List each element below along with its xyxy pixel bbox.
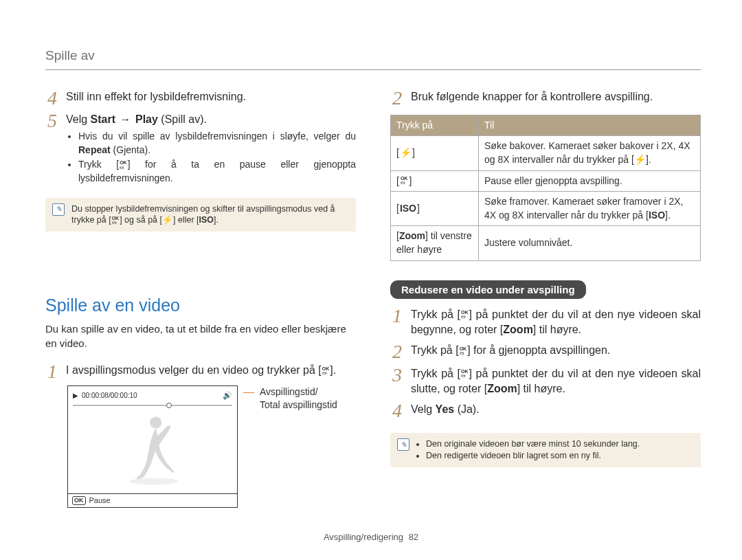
- iso-icon: ISO: [199, 215, 214, 225]
- video-screen: ▶ 00:00:08/00:00:10 🔊: [67, 385, 238, 508]
- page-header-title: Spille av: [45, 47, 701, 65]
- video-progress: [73, 403, 232, 408]
- arrow-icon: →: [119, 113, 133, 125]
- pause-label: Pause: [89, 495, 111, 506]
- flash-icon: ⚡: [162, 215, 173, 225]
- ok-icon: OK▭: [111, 216, 120, 225]
- video-figure: ▶ 00:00:08/00:00:10 🔊: [67, 385, 356, 508]
- step-number: 5: [45, 112, 59, 187]
- note-item: Den redigerte videoen blir lagret som en…: [426, 450, 640, 462]
- step-number: 3: [390, 366, 404, 397]
- text: Søke bakover. Kameraet søker bakover i 2…: [484, 140, 690, 165]
- step-number: 2: [390, 343, 404, 360]
- text-bold: Repeat: [78, 144, 111, 155]
- step-text: Trykk på [OK▭] for å gjenoppta avspillin…: [411, 343, 701, 360]
- speaker-icon: 🔊: [223, 390, 232, 401]
- text: Trykk [: [78, 159, 119, 170]
- flash-icon: ⚡: [396, 146, 415, 160]
- reduce-step-1: 1 Trykk på [OK▭] på punktet der du vil a…: [390, 307, 701, 338]
- section-title: Spille av en video: [45, 293, 356, 317]
- step-text: Still inn effekt for lysbildefremvisning…: [66, 89, 356, 107]
- page-footer: Avspilling/redigering 82: [0, 531, 742, 544]
- controls-table: Trykk på Til ⚡ Søke bakover. Kameraet sø…: [390, 115, 701, 261]
- svg-point-1: [129, 478, 179, 485]
- reduce-step-4: 4 Velg Yes (Ja).: [390, 402, 701, 419]
- ok-icon: OK▭: [460, 370, 469, 379]
- text-bold: Start: [91, 113, 115, 125]
- step-number: 1: [45, 363, 59, 380]
- step-4: 4 Still inn effekt for lysbildefremvisni…: [45, 89, 356, 107]
- text: Velg: [66, 113, 91, 125]
- table-row: ISO Søke framover. Kameraet søker framov…: [391, 192, 701, 226]
- note-text: Den originale videoen bør være minst 10 …: [416, 438, 640, 462]
- video-step-1: 1 I avspillingsmodus velger du en video …: [45, 363, 356, 380]
- step-number: 1: [390, 307, 404, 338]
- header-rule: [45, 69, 701, 70]
- svg-point-0: [150, 417, 161, 429]
- table-header: Trykk på: [391, 115, 479, 136]
- ok-icon: OK▭: [460, 311, 469, 320]
- right-column: 2 Bruk følgende knapper for å kontroller…: [390, 89, 701, 508]
- text: ].: [665, 210, 671, 221]
- step-number: 4: [390, 402, 404, 419]
- step-number: 4: [45, 89, 59, 107]
- subsection-pill: Redusere en video under avspilling: [390, 280, 586, 299]
- text: Justere volumnivået.: [484, 237, 572, 248]
- ok-icon: OK▭: [459, 347, 468, 356]
- text: (Spill av).: [158, 113, 207, 125]
- text: (Gjenta).: [111, 144, 150, 155]
- iso-icon: ISO: [396, 202, 420, 216]
- note-box: ✎ Du stopper lysbildefremvisningen og sk…: [45, 198, 356, 232]
- callout-line: [243, 392, 254, 393]
- section-desc: Du kan spille av en video, ta ut et bild…: [45, 322, 356, 350]
- iso-icon: ISO: [649, 210, 665, 221]
- ok-icon: OK▭: [322, 367, 330, 376]
- step-text: Velg Yes (Ja).: [411, 402, 701, 419]
- video-time: 00:00:08/00:00:10: [82, 391, 137, 401]
- note-icon: ✎: [52, 203, 65, 216]
- reduce-step-2: 2 Trykk på [OK▭] for å gjenoppta avspill…: [390, 343, 701, 360]
- table-row: [Zoom] til venstre eller høyre Justere v…: [391, 226, 701, 260]
- step-5: 5 Velg Start → Play (Spill av). Hvis du …: [45, 112, 356, 187]
- bullet-item: Hvis du vil spille av lysbildefremvisnin…: [78, 130, 356, 157]
- bullet-item: Trykk [OK▭] for å ta en pause eller gjen…: [78, 158, 356, 185]
- note-text: Du stopper lysbildefremvisningen og skif…: [71, 203, 349, 227]
- ok-icon: OK▭: [119, 161, 128, 170]
- dancer-illustration: [120, 414, 186, 486]
- note-box: ✎ Den originale videoen bør være minst 1…: [390, 433, 701, 467]
- text-bold: Play: [135, 113, 158, 125]
- note-item: Den originale videoen bør være minst 10 …: [426, 438, 640, 450]
- note-icon: ✎: [397, 438, 409, 451]
- reduce-step-3: 3 Trykk på [OK▭] på punktet der du vil a…: [390, 366, 701, 397]
- table-header: Til: [479, 115, 701, 136]
- footer-section: Avspilling/redigering: [324, 532, 403, 542]
- flash-icon: ⚡: [634, 154, 646, 165]
- ok-button-icon: OK: [72, 496, 86, 505]
- callout-text: Avspillingstid/ Total avspillingstid: [260, 385, 337, 410]
- text: Hvis du vil spille av lysbildefremvisnin…: [78, 131, 356, 142]
- table-row: ⚡ Søke bakover. Kameraet søker bakover i…: [391, 136, 701, 170]
- left-column: 4 Still inn effekt for lysbildefremvisni…: [45, 89, 356, 508]
- step-2-right: 2 Bruk følgende knapper for å kontroller…: [390, 89, 701, 107]
- step-text: Trykk på [OK▭] på punktet der du vil at …: [411, 366, 701, 397]
- footer-page-number: 82: [409, 532, 418, 542]
- step-number: 2: [390, 89, 404, 107]
- step-text: Trykk på [OK▭] på punktet der du vil at …: [411, 307, 701, 338]
- ok-icon: OK▭: [396, 175, 412, 188]
- table-row: OK▭ Pause eller gjenoppta avspilling.: [391, 170, 701, 192]
- zoom-label: Zoom: [399, 230, 425, 241]
- text: ].: [646, 154, 651, 165]
- step-text: I avspillingsmodus velger du en video og…: [66, 363, 356, 380]
- step-text: Bruk følgende knapper for å kontrollere …: [411, 89, 701, 107]
- play-icon: ▶: [73, 391, 78, 401]
- text: Pause eller gjenoppta avspilling.: [484, 175, 622, 186]
- step-text: Velg Start → Play (Spill av). Hvis du vi…: [66, 112, 356, 187]
